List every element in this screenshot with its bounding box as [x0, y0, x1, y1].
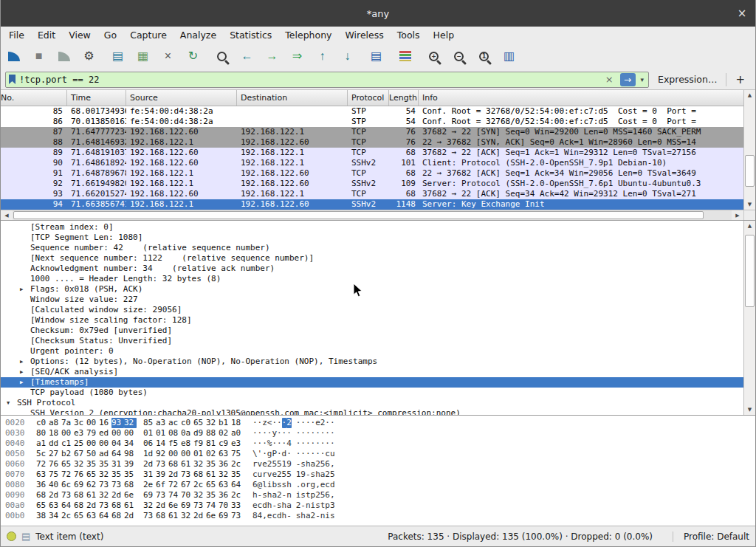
zoom-original-icon[interactable]: 1: [474, 47, 494, 66]
colorize-packets-icon[interactable]: [395, 47, 415, 66]
detail-row[interactable]: Window size value: 227: [1, 295, 743, 305]
zoom-in-icon[interactable]: +: [424, 47, 444, 66]
reload-capture-file-icon[interactable]: ↻: [183, 47, 203, 66]
column-header-source[interactable]: Source: [126, 90, 237, 106]
details-vscrollbar[interactable]: ▲ ▼: [743, 221, 755, 415]
packet-row[interactable]: 8568.001734936fe:54:00:d4:38:2aSTP54Conf…: [1, 106, 743, 117]
apply-filter-icon[interactable]: →: [620, 73, 636, 86]
packet-list-hscrollbar[interactable]: ◀ ▶: [1, 210, 755, 220]
close-window-icon[interactable]: ×: [729, 7, 755, 20]
find-packet-icon[interactable]: [212, 47, 232, 66]
start-capture-icon[interactable]: [4, 47, 24, 66]
packet-row[interactable]: 8871.648146932192.168.122.1192.168.122.6…: [1, 137, 743, 148]
hex-row[interactable]: 00b038342c656364682d736861322d6e697384,e…: [5, 511, 755, 521]
hex-row[interactable]: 0070637572766532353531392d7368613235curv…: [5, 469, 755, 480]
menu-wireless[interactable]: Wireless: [338, 28, 390, 42]
detail-row[interactable]: 1000 .... = Header Length: 32 bytes (8): [1, 274, 743, 284]
column-header-destination[interactable]: Destination: [237, 90, 348, 106]
capture-options-icon[interactable]: ⚙: [79, 47, 99, 66]
zoom-out-icon[interactable]: −: [449, 47, 469, 66]
packet-row[interactable]: 8971.648191037192.168.122.60192.168.122.…: [1, 148, 743, 158]
menu-edit[interactable]: Edit: [31, 28, 62, 42]
hex-row[interactable]: 0040a1ddc125000004340614f5e8f981c9e3···%…: [5, 438, 755, 449]
filter-dropdown-icon[interactable]: ▾: [639, 76, 646, 83]
expression-button[interactable]: Expression…: [652, 74, 723, 85]
clear-filter-icon[interactable]: ×: [602, 74, 616, 85]
go-back-icon[interactable]: ←: [237, 47, 257, 66]
detail-row[interactable]: Acknowledgment number: 34 (relative ack …: [1, 264, 743, 274]
menu-analyze[interactable]: Analyze: [173, 28, 223, 42]
auto-scroll-icon[interactable]: ▤: [366, 47, 386, 66]
detail-row[interactable]: [Checksum Status: Unverified]: [1, 336, 743, 346]
hex-row[interactable]: 008036406c69627373682e6f72672c6563646@li…: [5, 480, 755, 490]
detail-row[interactable]: ▶[SEQ/ACK analysis]: [1, 367, 743, 377]
packet-list-vscrollbar[interactable]: ▲ ▼: [743, 90, 755, 210]
capture-comment-icon[interactable]: ▤: [21, 531, 30, 542]
detail-row[interactable]: ▶Flags: 0x018 (PSH, ACK): [1, 284, 743, 295]
go-to-packet-icon[interactable]: ⇒: [287, 47, 307, 66]
column-header-info[interactable]: Info: [419, 90, 743, 106]
save-capture-file-icon[interactable]: ▦: [133, 47, 153, 66]
menu-statistics[interactable]: Statistics: [223, 28, 278, 42]
hex-row[interactable]: 0020c0a87a3c0016933285a3acc06532b118··z<…: [5, 418, 755, 428]
menu-telephony[interactable]: Telephony: [278, 28, 338, 42]
scroll-down-icon[interactable]: ▼: [744, 199, 755, 210]
detail-row[interactable]: [Next sequence number: 1122 (relative se…: [1, 253, 743, 264]
scroll-left-icon[interactable]: ◀: [1, 210, 13, 220]
hex-row[interactable]: 006072766532353531392d7368613235362crve2…: [5, 459, 755, 469]
filter-bookmark-icon[interactable]: [9, 75, 16, 84]
detail-row[interactable]: Urgent pointer: 0: [1, 346, 743, 357]
menu-view[interactable]: View: [62, 28, 97, 42]
scroll-right-icon[interactable]: ▶: [732, 210, 743, 220]
detail-row[interactable]: [Window size scaling factor: 128]: [1, 315, 743, 326]
detail-row[interactable]: ▶[Timestamps]: [1, 377, 743, 388]
packet-row[interactable]: 9471.663856741192.168.122.1192.168.122.6…: [1, 199, 743, 210]
menu-tools[interactable]: Tools: [391, 28, 427, 42]
hscroll-track[interactable]: [13, 210, 732, 220]
detail-row[interactable]: Sequence number: 42 (relative sequence n…: [1, 243, 743, 253]
detail-row[interactable]: ▶Options: (12 bytes), No-Operation (NOP)…: [1, 357, 743, 367]
profile-button[interactable]: Profile: Default: [673, 531, 749, 542]
vscroll-track[interactable]: [744, 231, 755, 405]
display-filter-input[interactable]: !tcp.port == 22 × → ▾: [5, 72, 649, 88]
column-header-time[interactable]: Time: [67, 90, 126, 106]
detail-row[interactable]: Checksum: 0x79ed [unverified]: [1, 326, 743, 336]
column-header-length[interactable]: Length: [389, 90, 419, 106]
go-last-packet-icon[interactable]: ↓: [337, 47, 357, 66]
menu-capture[interactable]: Capture: [123, 28, 173, 42]
resize-columns-icon[interactable]: ▥: [499, 47, 519, 66]
go-first-packet-icon[interactable]: ↑: [312, 47, 332, 66]
packet-row[interactable]: 9171.648789678192.168.122.1192.168.122.6…: [1, 168, 743, 179]
vscroll-thumb[interactable]: [745, 235, 755, 308]
vscroll-thumb[interactable]: [745, 155, 755, 187]
restart-capture-icon[interactable]: [54, 47, 74, 66]
menu-help[interactable]: Help: [427, 28, 461, 42]
packet-row[interactable]: 8670.013850163fe:54:00:d4:38:2aSTP54Conf…: [1, 117, 743, 127]
open-capture-file-icon[interactable]: ▤: [108, 47, 128, 66]
hex-row[interactable]: 00a0656364682d736861322d6e6973747033ecdh…: [5, 500, 755, 511]
detail-row[interactable]: [Calculated window size: 29056]: [1, 305, 743, 315]
scroll-up-icon[interactable]: ▲: [744, 221, 755, 231]
go-forward-icon[interactable]: →: [262, 47, 282, 66]
stop-capture-icon[interactable]: ■: [29, 47, 49, 66]
detail-row[interactable]: [Stream index: 0]: [1, 222, 743, 233]
packet-row[interactable]: 9371.662015274192.168.122.60192.168.122.…: [1, 189, 743, 199]
add-filter-button[interactable]: +: [729, 73, 751, 86]
expert-info-icon[interactable]: [7, 531, 16, 541]
hex-row[interactable]: 0030801800e379ed00000101080ad98802a0····…: [5, 428, 755, 438]
hscroll-thumb[interactable]: [13, 211, 704, 219]
display-filter-value[interactable]: !tcp.port == 22: [19, 75, 599, 85]
scroll-up-icon[interactable]: ▲: [744, 90, 755, 100]
column-header-no[interactable]: No.: [1, 90, 67, 106]
scroll-down-icon[interactable]: ▼: [744, 405, 755, 415]
column-header-protocol[interactable]: Protocol: [348, 90, 389, 106]
packet-row[interactable]: 9071.648618924192.168.122.60192.168.122.…: [1, 158, 743, 168]
close-capture-file-icon[interactable]: ×: [158, 47, 178, 66]
menu-go[interactable]: Go: [97, 28, 123, 42]
vscroll-track[interactable]: [744, 100, 755, 199]
menu-file[interactable]: File: [2, 28, 31, 42]
detail-row[interactable]: ▼SSH Protocol: [1, 398, 743, 408]
detail-row[interactable]: [TCP Segment Len: 1080]: [1, 233, 743, 243]
detail-row[interactable]: SSH Version 2 (encryption:chacha20-poly1…: [1, 408, 743, 415]
packet-row[interactable]: 8771.647777234192.168.122.60192.168.122.…: [1, 127, 743, 137]
